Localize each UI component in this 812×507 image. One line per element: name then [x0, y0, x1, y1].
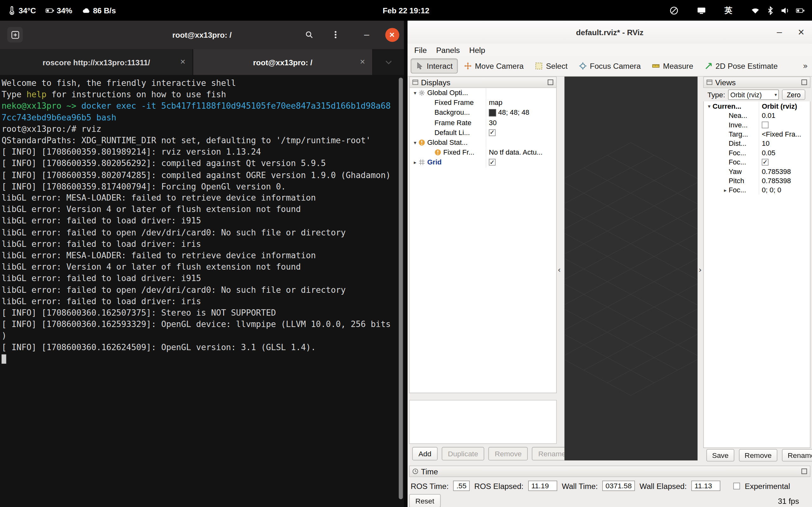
tree-row[interactable]: Default Li...✓ — [409, 128, 556, 137]
toolbar-overflow-button[interactable]: » — [803, 61, 808, 71]
tab-close-button[interactable]: × — [180, 57, 185, 67]
tree-row[interactable]: Fixed Fr...No tf data. Actu... — [409, 148, 556, 158]
property-value-text: Orbit (rviz) — [762, 102, 797, 110]
monitor-icon[interactable] — [697, 6, 706, 15]
property-value[interactable]: 30 — [486, 118, 556, 128]
wifi-icon[interactable] — [751, 6, 760, 15]
ros-time-input[interactable]: .55 — [453, 481, 469, 491]
zero-button[interactable]: Zero — [782, 89, 805, 100]
tab-list-button[interactable] — [373, 49, 404, 75]
panel-float-button[interactable] — [548, 79, 554, 86]
property-value[interactable]: 0.05 — [759, 148, 810, 157]
tree-row[interactable]: Pitch0.785398 — [704, 176, 810, 185]
tree-row[interactable]: Yaw0.785398 — [704, 167, 810, 176]
tool-interact[interactable]: Interact — [411, 58, 458, 73]
splitter-collapse-right[interactable]: › — [699, 266, 702, 275]
property-value[interactable]: ✓ — [486, 128, 556, 137]
panel-float-button[interactable] — [801, 468, 808, 475]
tool-measure[interactable]: Measure — [647, 58, 699, 73]
tree-expand-arrow[interactable]: ▸ — [722, 187, 728, 193]
property-value[interactable]: ✓ — [759, 157, 810, 166]
scrollbar-thumb[interactable] — [399, 78, 403, 499]
property-value[interactable]: 0.785398 — [759, 167, 810, 176]
tool-move-camera[interactable]: Move Camera — [459, 58, 529, 73]
tool-select[interactable]: Select — [530, 58, 573, 73]
battery-icon[interactable] — [796, 6, 805, 15]
rviz-minimize-button[interactable]: – — [772, 20, 787, 43]
tree-row[interactable]: Fixed Framemap — [409, 98, 556, 108]
tree-expand-arrow[interactable]: ▾ — [412, 140, 418, 146]
tree-row[interactable]: Nea...0.01 — [704, 111, 810, 120]
tree-expand-arrow[interactable]: ▾ — [412, 90, 418, 96]
minimize-button[interactable]: – — [359, 27, 374, 43]
property-value[interactable]: 0.01 — [759, 111, 810, 120]
remove-button[interactable]: Remove — [739, 449, 777, 461]
reset-button[interactable]: Reset — [409, 494, 441, 507]
tool-focus-camera[interactable]: Focus Camera — [574, 58, 646, 73]
menu-panels[interactable]: Panels — [432, 44, 464, 55]
rename-button[interactable]: Rename — [782, 449, 812, 461]
displays-panel: Displays ▾Global Opti...Fixed FramemapBa… — [409, 77, 557, 464]
property-value[interactable]: No tf data. Actu... — [486, 148, 556, 158]
tree-row[interactable]: Foc...✓ — [704, 157, 810, 166]
warn-icon — [418, 139, 425, 146]
tree-expand-arrow[interactable]: ▾ — [706, 103, 712, 109]
displays-tree: ▾Global Opti...Fixed FramemapBackgrou...… — [409, 88, 557, 393]
menu-file[interactable]: File — [409, 44, 432, 55]
ros-elapsed-input[interactable]: 11.19 — [528, 481, 557, 491]
terminal-tab[interactable]: roscore http://xx13pro:11311/× — [0, 49, 193, 75]
search-button[interactable] — [301, 27, 317, 43]
property-value[interactable] — [486, 137, 556, 147]
property-value[interactable]: map — [486, 98, 556, 108]
view-type-combo[interactable]: Orbit (rviz) ▾ — [728, 89, 779, 100]
property-name: Backgrou... — [435, 109, 470, 117]
3d-viewport[interactable] — [565, 77, 698, 460]
property-value[interactable]: ✓ — [486, 158, 556, 167]
menu-help[interactable]: Help — [465, 44, 490, 55]
property-value[interactable]: <Fixed Fra... — [759, 129, 810, 138]
tree-row[interactable]: Frame Rate30 — [409, 118, 556, 128]
tree-row[interactable]: Backgrou...48; 48; 48 — [409, 108, 556, 118]
topbar-system-tray[interactable]: 英 — [670, 0, 805, 20]
volume-icon[interactable] — [781, 6, 790, 15]
tree-row[interactable]: Targ...<Fixed Fra... — [704, 129, 810, 138]
tree-row[interactable]: ▾Global Opti... — [409, 88, 556, 98]
screencast-icon[interactable] — [670, 6, 678, 15]
tree-row[interactable]: ▸Grid✓ — [409, 158, 556, 167]
tool-2d-pose-estimate[interactable]: 2D Pose Estimate — [699, 58, 783, 73]
tree-row[interactable]: ▸Foc...0; 0; 0 — [704, 185, 810, 194]
experimental-checkbox[interactable] — [733, 482, 740, 489]
property-value[interactable] — [486, 88, 556, 98]
property-value[interactable]: 0.785398 — [759, 176, 810, 185]
property-checkbox[interactable]: ✓ — [489, 129, 496, 136]
tree-row[interactable]: ▾Curren...Orbit (rviz) — [704, 101, 810, 111]
property-checkbox[interactable]: ✓ — [489, 159, 496, 166]
property-value[interactable]: 0; 0; 0 — [759, 185, 810, 194]
menu-kebab-button[interactable] — [328, 27, 343, 43]
tree-expand-arrow[interactable]: ▸ — [412, 160, 418, 165]
splitter-collapse-left[interactable]: ‹ — [558, 266, 561, 275]
bluetooth-icon[interactable] — [766, 6, 775, 15]
tree-row[interactable]: Dist...10 — [704, 139, 810, 148]
wall-elapsed-input[interactable]: 11.13 — [692, 481, 720, 491]
property-value[interactable]: Orbit (rviz) — [759, 101, 810, 111]
wall-time-input[interactable]: 0371.58 — [602, 481, 635, 491]
add-button[interactable]: Add — [412, 447, 438, 460]
input-method-indicator[interactable]: 英 — [724, 5, 732, 15]
tab-close-button[interactable]: × — [360, 57, 365, 67]
tree-row[interactable]: ▾Global Stat... — [409, 137, 556, 147]
rviz-close-button[interactable]: × — [793, 20, 809, 43]
panel-float-button[interactable] — [801, 79, 808, 86]
terminal-tab[interactable]: root@xx13pro: /× — [193, 49, 373, 75]
tree-row[interactable]: Foc...0.05 — [704, 148, 810, 157]
terminal-scrollbar[interactable] — [399, 78, 403, 504]
property-checkbox[interactable]: ✓ — [762, 158, 768, 165]
save-button[interactable]: Save — [706, 449, 734, 461]
terminal-output[interactable]: Welcome to fish, the friendly interactiv… — [0, 75, 404, 507]
property-checkbox[interactable] — [762, 121, 768, 128]
property-value[interactable]: 48; 48; 48 — [486, 108, 556, 118]
property-value[interactable] — [759, 120, 810, 129]
close-button[interactable]: × — [384, 27, 400, 43]
tree-row[interactable]: Inve... — [704, 120, 810, 129]
property-value[interactable]: 10 — [759, 139, 810, 148]
